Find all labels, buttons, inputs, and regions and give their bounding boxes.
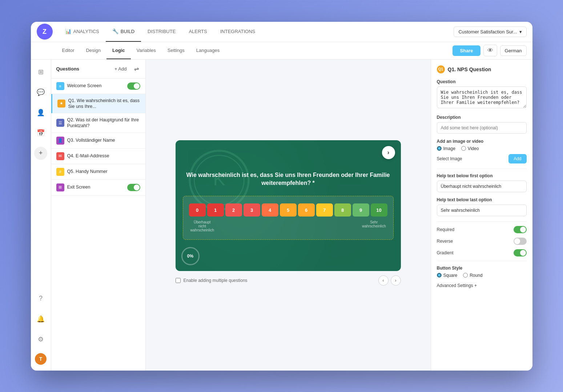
preview-question-text: Wie wahrscheinlich ist es, dass Sie uns … — [183, 171, 394, 187]
help-first-input[interactable] — [437, 181, 527, 192]
help-last-label: Help text below last option — [437, 197, 527, 202]
question-label-q4: Q4. E-Mail-Addresse — [67, 153, 140, 159]
nps-button-5[interactable]: 5 — [280, 203, 297, 217]
sub-nav-right: Share 👁 German — [453, 45, 526, 56]
question-icon-welcome: ≡ — [56, 82, 64, 90]
preview-button[interactable]: 👁 — [483, 45, 497, 56]
app-window: Z 📊 ANALYTICS 🔧 BUILD DISTRIBUTE ALERTS … — [31, 22, 532, 371]
grid-icon[interactable]: ⊞ — [34, 65, 47, 78]
question-field-label: Question — [437, 79, 527, 84]
survey-selector[interactable]: Customer Satisfaction Sur... ▾ — [454, 27, 526, 37]
description-field-input[interactable] — [437, 122, 527, 134]
reverse-toggle[interactable] — [514, 238, 527, 245]
divider-1 — [437, 169, 527, 169]
question-icon-q1: ★ — [57, 100, 65, 108]
question-item-q5[interactable]: # Q5. Handy Nummer — [51, 164, 145, 180]
nps-buttons: 012345678910 — [189, 203, 387, 217]
question-item-q1[interactable]: ★ Q1. Wie wahrscheinlich ist es, dass Si… — [51, 94, 145, 114]
nps-button-1[interactable]: 1 — [207, 203, 224, 217]
nav-tabs: 📊 ANALYTICS 🔧 BUILD DISTRIBUTE ALERTS IN… — [59, 22, 454, 42]
nps-button-7[interactable]: 7 — [316, 203, 333, 217]
add-question-button[interactable]: + Add — [112, 65, 130, 73]
nav-tab-alerts[interactable]: ALERTS — [182, 22, 213, 42]
question-item-q3[interactable]: 👤 Q3. Vollständiger Name — [51, 133, 145, 149]
advanced-settings-button[interactable]: Advanced Settings + — [437, 283, 527, 288]
nav-tab-build[interactable]: 🔧 BUILD — [106, 22, 141, 42]
analytics-icon: 📊 — [65, 28, 71, 34]
nps-button-8[interactable]: 8 — [334, 203, 351, 217]
gradient-label: Gradient — [437, 250, 454, 255]
avatar[interactable]: T — [35, 353, 47, 365]
media-video-option[interactable]: Video — [461, 146, 479, 151]
toggle-welcome[interactable] — [127, 82, 140, 90]
prev-arrow-button[interactable]: ‹ — [378, 275, 389, 286]
tab-settings[interactable]: Settings — [162, 42, 190, 59]
bell-icon[interactable]: 🔔 — [34, 312, 47, 326]
share-button[interactable]: Share — [453, 45, 480, 56]
button-style-group: Button Style Square Round — [437, 266, 527, 278]
tab-editor[interactable]: Editor — [56, 42, 80, 59]
feedback-icon[interactable]: 💬 — [34, 86, 47, 99]
question-item-exit[interactable]: ⊞ Exit Screen — [51, 180, 145, 195]
question-label-q2: Q2. Was ist der Hauptgrund für Ihre Punk… — [67, 117, 140, 129]
question-label-q5: Q5. Handy Nummer — [67, 169, 140, 174]
reorder-button[interactable]: ⇌ — [133, 64, 140, 74]
button-style-label: Button Style — [437, 266, 527, 271]
question-icon-exit: ⊞ — [56, 183, 64, 191]
question-icon-q2: ☰ — [56, 119, 64, 127]
preview-next-button[interactable]: › — [382, 146, 395, 159]
nps-button-3[interactable]: 3 — [244, 203, 260, 217]
description-field-label: Description — [437, 115, 527, 120]
nav-tab-integrations[interactable]: INTEGRATIONS — [214, 22, 262, 42]
sub-nav: Editor Design Logic Variables Settings L… — [31, 42, 532, 60]
style-round-option[interactable]: Round — [463, 273, 482, 278]
tab-variables[interactable]: Variables — [131, 42, 162, 59]
question-field-input[interactable] — [437, 86, 527, 108]
right-panel-title-text: Q1. NPS Question — [448, 66, 491, 72]
chevron-down-icon: ▾ — [519, 29, 522, 35]
nps-button-2[interactable]: 2 — [225, 203, 242, 217]
questions-panel: Questions + Add ⇌ ≡ Welcome Screen ★ Q1.… — [51, 60, 146, 371]
nps-button-6[interactable]: 6 — [298, 203, 315, 217]
question-item-welcome[interactable]: ≡ Welcome Screen — [51, 78, 145, 94]
tab-languages[interactable]: Languages — [190, 42, 225, 59]
media-image-option[interactable]: Image — [437, 146, 455, 151]
top-nav: Z 📊 ANALYTICS 🔧 BUILD DISTRIBUTE ALERTS … — [31, 22, 532, 42]
nps-button-10[interactable]: 10 — [371, 203, 387, 217]
gradient-toggle[interactable] — [514, 249, 527, 256]
reverse-toggle-row: Reverse — [437, 238, 527, 245]
description-field-group: Description — [437, 115, 527, 134]
user-icon[interactable]: 👤 — [34, 106, 47, 119]
main-area: ⊞ 💬 👤 📅 + ? 🔔 ⚙ T Questions + Add ⇌ ≡ We… — [31, 60, 532, 371]
add-icon[interactable]: + — [34, 147, 47, 160]
nav-tab-analytics[interactable]: 📊 ANALYTICS — [59, 22, 106, 42]
tab-design[interactable]: Design — [80, 42, 106, 59]
settings-icon[interactable]: ⚙ — [34, 333, 47, 346]
media-field-group: Add an image or video Image Video Select… — [437, 139, 527, 163]
language-button[interactable]: German — [500, 45, 527, 56]
nav-tab-distribute[interactable]: DISTRIBUTE — [141, 22, 182, 42]
next-arrow-button[interactable]: › — [391, 275, 401, 286]
media-options: Image Video — [437, 146, 527, 151]
required-toggle[interactable] — [514, 226, 527, 233]
question-item-q2[interactable]: ☰ Q2. Was ist der Hauptgrund für Ihre Pu… — [51, 113, 145, 133]
button-style-options: Square Round — [437, 273, 527, 278]
help-last-input[interactable] — [437, 205, 527, 216]
toggle-exit[interactable] — [127, 184, 140, 191]
nps-button-0[interactable]: 0 — [189, 203, 206, 217]
question-badge: Q1 — [437, 65, 445, 73]
select-image-label: Select Image — [437, 156, 506, 161]
nps-button-9[interactable]: 9 — [353, 203, 369, 217]
right-panel: Q1 Q1. NPS Question Question Description… — [431, 60, 532, 371]
style-square-option[interactable]: Square — [437, 273, 458, 278]
preview-content: Wie wahrscheinlich ist es, dass Sie uns … — [176, 160, 401, 251]
tab-logic[interactable]: Logic — [106, 42, 131, 59]
help-icon[interactable]: ? — [34, 292, 47, 305]
calendar-icon[interactable]: 📅 — [34, 126, 47, 140]
media-field-label: Add an image or video — [437, 139, 527, 144]
nps-button-4[interactable]: 4 — [262, 203, 278, 217]
add-image-button[interactable]: Add — [508, 154, 526, 163]
enable-multiple-row: Enable adding multiple questions — [176, 278, 248, 283]
enable-multiple-checkbox[interactable] — [176, 278, 181, 283]
question-item-q4[interactable]: ✉ Q4. E-Mail-Addresse — [51, 149, 145, 164]
